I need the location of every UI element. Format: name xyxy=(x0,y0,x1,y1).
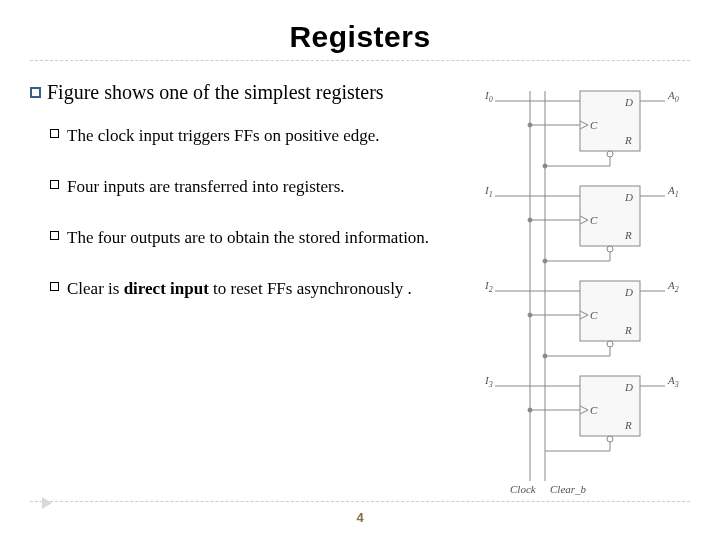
sub-bullet: The clock input triggers FFs on positive… xyxy=(50,122,470,151)
svg-text:R: R xyxy=(624,134,632,146)
register-diagram: D C R xyxy=(480,81,690,501)
svg-point-6 xyxy=(607,151,613,157)
svg-point-34 xyxy=(607,341,613,347)
svg-text:I0: I0 xyxy=(484,89,493,104)
svg-point-41 xyxy=(543,354,547,358)
svg-point-48 xyxy=(607,436,613,442)
svg-text:D: D xyxy=(624,286,633,298)
svg-text:I3: I3 xyxy=(484,374,493,389)
svg-text:C: C xyxy=(590,214,598,226)
svg-text:C: C xyxy=(590,119,598,131)
hollow-square-icon xyxy=(50,180,59,189)
svg-point-27 xyxy=(543,259,547,263)
hollow-square-icon xyxy=(50,231,59,240)
svg-text:R: R xyxy=(624,419,632,431)
svg-text:D: D xyxy=(624,381,633,393)
svg-text:R: R xyxy=(624,324,632,336)
hollow-square-icon xyxy=(50,282,59,291)
svg-text:R: R xyxy=(624,229,632,241)
bold-text: direct input xyxy=(124,279,209,298)
svg-text:I2: I2 xyxy=(484,279,493,294)
svg-text:C: C xyxy=(590,309,598,321)
sub-bullet: Clear is direct input to reset FFs async… xyxy=(50,275,470,304)
svg-text:C: C xyxy=(590,404,598,416)
sub-bullet-text: Four inputs are transferred into registe… xyxy=(67,173,345,202)
slide: Registers Figure shows one of the simple… xyxy=(0,0,720,540)
svg-text:D: D xyxy=(624,96,633,108)
footer: 4 xyxy=(0,501,720,525)
bottom-divider xyxy=(30,501,690,502)
play-icon xyxy=(42,497,52,509)
page-title: Registers xyxy=(30,20,690,54)
hollow-square-icon xyxy=(50,129,59,138)
svg-text:D: D xyxy=(624,191,633,203)
sub-bullet-text: Clear is direct input to reset FFs async… xyxy=(67,275,412,304)
text-column: Figure shows one of the simplest registe… xyxy=(30,81,470,501)
sub-bullet: Four inputs are transferred into registe… xyxy=(50,173,470,202)
svg-point-38 xyxy=(528,313,532,317)
svg-text:A0: A0 xyxy=(667,89,679,104)
top-divider xyxy=(30,60,690,61)
main-bullet: Figure shows one of the simplest registe… xyxy=(30,81,470,104)
svg-point-52 xyxy=(528,408,532,412)
svg-text:A3: A3 xyxy=(667,374,679,389)
svg-point-20 xyxy=(607,246,613,252)
svg-text:Clock: Clock xyxy=(510,483,537,495)
svg-text:I1: I1 xyxy=(484,184,493,199)
sub-bullet: The four outputs are to obtain the store… xyxy=(50,224,470,253)
square-bullet-icon xyxy=(30,87,41,98)
svg-point-13 xyxy=(543,164,547,168)
page-number: 4 xyxy=(0,510,720,525)
sub-bullet-list: The clock input triggers FFs on positive… xyxy=(30,122,470,304)
svg-point-10 xyxy=(528,123,532,127)
svg-text:A2: A2 xyxy=(667,279,679,294)
svg-point-24 xyxy=(528,218,532,222)
sub-bullet-text: The clock input triggers FFs on positive… xyxy=(67,122,380,151)
content-row: Figure shows one of the simplest registe… xyxy=(30,81,690,501)
svg-text:Clear_b: Clear_b xyxy=(550,483,587,495)
svg-text:A1: A1 xyxy=(667,184,679,199)
main-bullet-text: Figure shows one of the simplest registe… xyxy=(47,81,384,104)
sub-bullet-text: The four outputs are to obtain the store… xyxy=(67,224,429,253)
figure-column: D C R xyxy=(480,81,690,501)
